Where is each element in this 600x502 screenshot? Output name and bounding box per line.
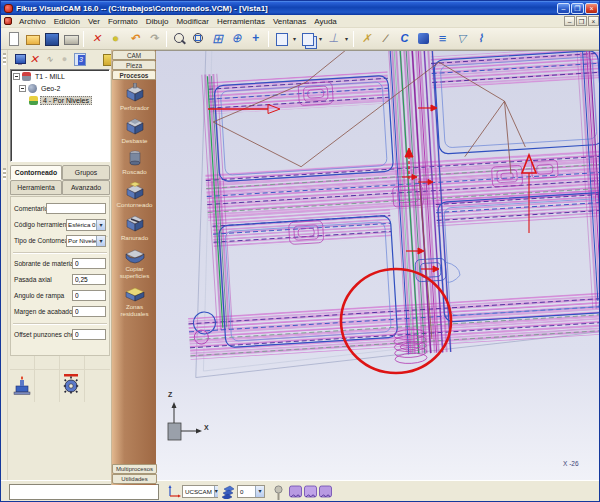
surface-2-icon[interactable] — [304, 485, 317, 500]
filter-icon[interactable]: ▽ — [453, 30, 470, 47]
tree-item-operation[interactable]: 4 - Por Niveles — [11, 94, 109, 106]
delete-icon[interactable]: ✕ — [88, 30, 105, 47]
dropdown-arrow-icon[interactable]: ▾ — [343, 35, 350, 42]
process-roscado[interactable]: Roscado — [112, 149, 157, 175]
menu-ventanas[interactable]: Ventanas — [269, 16, 310, 27]
menu-ver[interactable]: Ver — [84, 16, 104, 27]
delete-operation-icon[interactable]: ✕ — [28, 53, 40, 66]
process-contorneado[interactable]: Contorneado — [112, 180, 157, 208]
process-ranurado[interactable]: Ranurado — [112, 213, 157, 241]
dropdown-arrow-icon[interactable]: ▾ — [291, 35, 298, 42]
tab-multiprocesos[interactable]: Multiprocesos — [112, 464, 157, 474]
new-icon[interactable] — [5, 30, 22, 47]
collapse-icon[interactable] — [13, 73, 20, 80]
tab-avanzado[interactable]: Avanzado — [62, 180, 110, 195]
pencil-icon[interactable]: ∕ — [377, 30, 394, 47]
surface-1-icon[interactable] — [289, 485, 302, 500]
undo-icon[interactable]: ↶ — [126, 30, 143, 47]
tab-herramienta[interactable]: Herramienta — [10, 180, 62, 195]
command-input[interactable] — [9, 484, 159, 500]
sobrante-input[interactable] — [72, 258, 106, 269]
point-icon[interactable] — [107, 30, 124, 47]
open-icon[interactable] — [24, 30, 41, 47]
layers-icon[interactable] — [222, 485, 235, 499]
collapse-icon[interactable] — [19, 85, 26, 92]
workplanes-icon[interactable]: ≡ — [434, 30, 451, 47]
process-zonas-residuales[interactable]: Zonas residuales — [112, 284, 157, 317]
chevron-down-icon[interactable]: ▾ — [255, 486, 264, 497]
menu-modificar[interactable]: Modificar — [172, 16, 212, 27]
minimize-button[interactable]: – — [557, 3, 570, 14]
application-window: Fikus VisualCAM 16.0 -- (C:\trabajos\Con… — [0, 0, 600, 502]
view-copy-icon[interactable] — [273, 30, 290, 47]
magnet-icon[interactable] — [273, 485, 284, 500]
splitter-grip[interactable] — [3, 53, 6, 65]
close-button[interactable]: × — [585, 3, 598, 14]
cut-icon[interactable]: ✗ — [358, 30, 375, 47]
splitter-grip[interactable] — [3, 168, 6, 180]
tree-item-tool[interactable]: T1 - MILL — [11, 70, 109, 82]
tab-contorneado[interactable]: Contorneado — [10, 165, 62, 180]
tab-cam[interactable]: CAM — [112, 50, 156, 60]
postprocess-icon[interactable] — [13, 53, 25, 66]
layer-select[interactable]: 0 ▾ — [237, 485, 265, 498]
mdi-restore-button[interactable]: ❐ — [576, 16, 587, 26]
angulo-rampa-input[interactable] — [72, 290, 106, 301]
gear-stop-icon[interactable] — [62, 372, 80, 394]
axis-z-label: Z — [168, 391, 172, 398]
simulate-icon[interactable] — [58, 53, 70, 66]
codigo-herramienta-select[interactable]: Esférica 01 ▾ — [66, 219, 106, 231]
menu-formato[interactable]: Formato — [104, 16, 142, 27]
tab-utilidades[interactable]: Utilidades — [112, 474, 157, 484]
process-perforador[interactable]: Perforador — [112, 83, 157, 111]
dropdown-arrow-icon[interactable]: ▾ — [317, 35, 324, 42]
orbit-icon[interactable]: ⊕ — [228, 30, 245, 47]
comentario-input[interactable] — [46, 203, 106, 214]
pan-icon[interactable]: + — [247, 30, 264, 47]
tree-item-geometry[interactable]: Geo-2 — [11, 82, 109, 94]
pasada-axial-input[interactable] — [72, 274, 106, 285]
ucs-select[interactable]: UCSCAM ▾ — [182, 485, 218, 498]
plot-tree-icon[interactable]: ⊥ — [325, 30, 342, 47]
chevron-down-icon[interactable]: ▾ — [214, 486, 218, 497]
chevron-down-icon[interactable]: ▾ — [96, 236, 105, 246]
process-copiar-superficies[interactable]: Copiar superficies — [112, 246, 157, 279]
ucs-axes-icon[interactable] — [167, 485, 181, 499]
tab-procesos[interactable]: Procesos — [112, 70, 156, 80]
exit-icon[interactable] — [99, 53, 111, 66]
viewport[interactable]: Z X X -26 Y 0.768 Z -2 — [156, 50, 600, 480]
surface-3-icon[interactable] — [319, 485, 332, 500]
menu-ayuda[interactable]: Ayuda — [310, 16, 341, 27]
tab-pieza[interactable]: Pieza — [112, 60, 156, 70]
print-icon[interactable] — [62, 30, 79, 47]
menu-edicion[interactable]: Edición — [50, 16, 84, 27]
title-bar[interactable]: Fikus VisualCAM 16.0 -- (C:\trabajos\Con… — [1, 1, 600, 15]
solid-icon[interactable] — [415, 30, 432, 47]
offset-punzones-input[interactable] — [72, 329, 106, 340]
chevron-down-icon[interactable]: ▾ — [96, 220, 105, 230]
c-axis-icon[interactable]: C — [396, 30, 413, 47]
menu-herramientas[interactable]: Herramientas — [213, 16, 269, 27]
redo-icon[interactable]: ↷ — [145, 30, 162, 47]
menu-archivo[interactable]: Archivo — [15, 16, 50, 27]
menu-dibujo[interactable]: Dibujo — [142, 16, 173, 27]
field-sobrante: Sobrante de material — [13, 257, 107, 272]
zoom-fit-icon[interactable]: ⊞ — [209, 30, 226, 47]
zoom-in-icon[interactable] — [171, 30, 188, 47]
maximize-button[interactable]: ❐ — [571, 3, 584, 14]
operations-tree[interactable]: T1 - MILL Geo-2 4 - Por Niveles — [10, 69, 110, 162]
mdi-minimize-button[interactable]: – — [564, 16, 575, 26]
mdi-close-button[interactable]: × — [588, 16, 599, 26]
save-icon[interactable] — [43, 30, 60, 47]
toolpath-icon[interactable]: ⌇ — [472, 30, 489, 47]
signature-icon[interactable]: ∿ — [43, 53, 55, 66]
margen-acabado-input[interactable] — [72, 306, 106, 317]
zoom-window-icon[interactable] — [190, 30, 207, 47]
view-paste-icon[interactable] — [299, 30, 316, 47]
calculate-icon[interactable] — [74, 53, 86, 66]
process-desbaste[interactable]: Desbaste — [112, 116, 157, 144]
toolbar-separator — [268, 31, 269, 47]
tipo-contorneado-select[interactable]: Por Niveles ▾ — [66, 235, 106, 247]
machine-icon[interactable] — [13, 374, 31, 396]
tab-grupos[interactable]: Grupos — [62, 165, 110, 180]
